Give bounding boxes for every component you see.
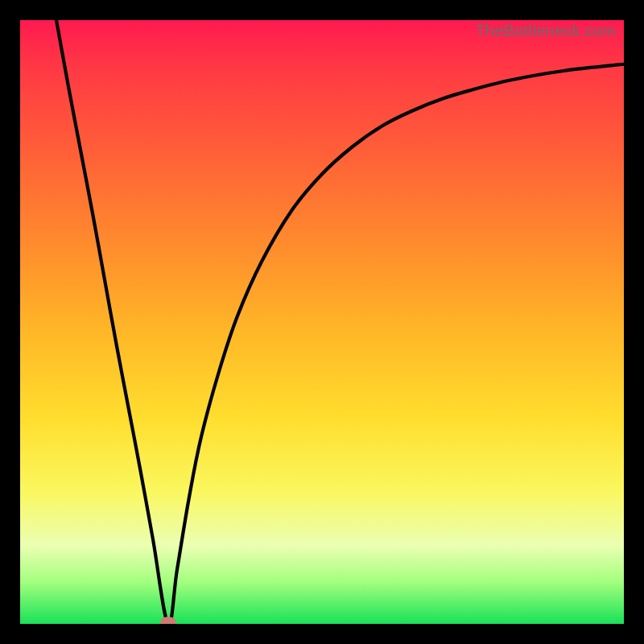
curve-svg bbox=[20, 20, 624, 624]
chart-frame: TheBottleneck.com bbox=[0, 0, 644, 644]
bottleneck-curve bbox=[56, 20, 624, 624]
plot-area: TheBottleneck.com bbox=[20, 20, 624, 624]
optimum-marker bbox=[160, 617, 176, 624]
